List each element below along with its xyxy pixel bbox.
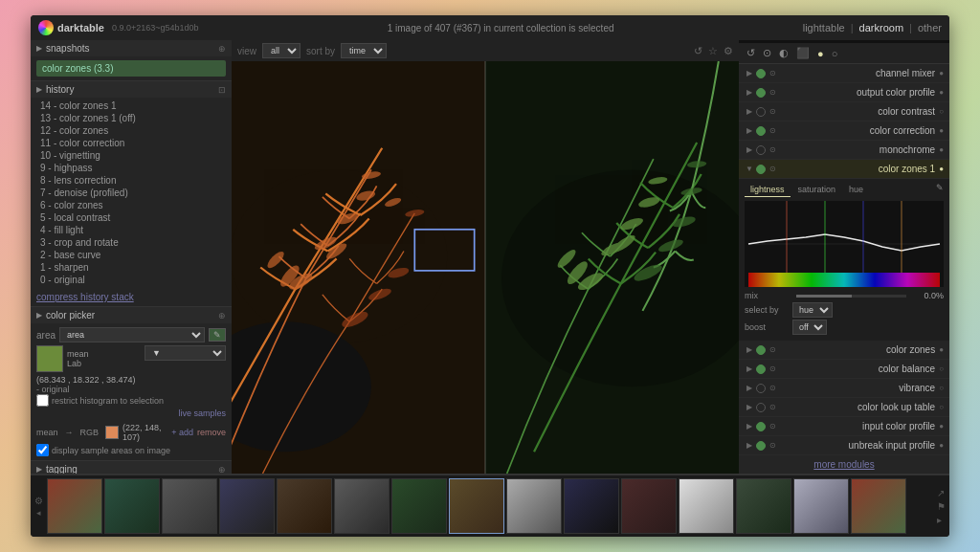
view-select[interactable]: all bbox=[262, 43, 301, 58]
filmstrip-thumb-4[interactable] bbox=[219, 478, 275, 534]
compress-history-btn[interactable]: compress history stack bbox=[36, 292, 226, 302]
mod-enable-btn12[interactable] bbox=[756, 441, 766, 451]
mod-right-icon4[interactable]: ● bbox=[939, 126, 944, 135]
mod-settings-btn5[interactable]: ⊙ bbox=[768, 145, 777, 155]
mod-right-icon7[interactable]: ● bbox=[939, 345, 944, 354]
filmstrip-thumb-3[interactable] bbox=[162, 478, 217, 534]
filmstrip-thumb-12[interactable] bbox=[679, 478, 734, 534]
history-item[interactable]: 3 - crop and rotate bbox=[31, 236, 232, 249]
mod-settings-btn[interactable]: ⊙ bbox=[768, 69, 777, 78]
cz-edit-icon[interactable]: ✎ bbox=[936, 183, 944, 197]
mod-expand-btn3[interactable]: ▶ bbox=[745, 107, 754, 117]
cz-tab-hue[interactable]: hue bbox=[843, 183, 869, 197]
mod-enable-btn6[interactable] bbox=[756, 165, 766, 174]
mod-expand-btn4[interactable]: ▶ bbox=[745, 126, 754, 136]
mod-expand-btn12[interactable]: ▶ bbox=[745, 441, 754, 451]
nav-lighttable[interactable]: lighttable bbox=[803, 22, 845, 33]
filmstrip-thumb-7[interactable] bbox=[391, 478, 447, 534]
mod-enable-btn8[interactable] bbox=[756, 364, 766, 374]
mod-right-icon11[interactable]: ● bbox=[939, 422, 944, 431]
mod-expand-btn10[interactable]: ▶ bbox=[745, 403, 754, 412]
mod-settings-btn3[interactable]: ⊙ bbox=[768, 107, 777, 117]
history-item[interactable]: 4 - fill light bbox=[31, 224, 232, 236]
module-reset-btn[interactable]: ↺ bbox=[745, 46, 757, 60]
select-by-select[interactable]: hue bbox=[792, 302, 833, 318]
restrict-checkbox[interactable] bbox=[36, 394, 49, 407]
history-item[interactable]: 7 - denoise (profiled) bbox=[31, 187, 232, 199]
remove-sample-btn[interactable]: remove bbox=[197, 428, 226, 437]
module-all-btn[interactable]: ○ bbox=[830, 47, 840, 60]
mod-settings-btn6[interactable]: ⊙ bbox=[768, 165, 777, 174]
mod-expand-btn6[interactable]: ▼ bbox=[745, 165, 754, 174]
mod-settings-btn11[interactable]: ⊙ bbox=[768, 422, 777, 431]
mod-enable-btn11[interactable] bbox=[756, 422, 766, 431]
filmstrip-import-icon[interactable]: ⚑ bbox=[937, 501, 946, 512]
mod-right-icon9[interactable]: ○ bbox=[939, 384, 944, 392]
mod-right-icon3[interactable]: ○ bbox=[939, 107, 944, 116]
mod-enable-btn5[interactable] bbox=[756, 145, 766, 155]
mod-right-icon[interactable]: ● bbox=[939, 69, 944, 77]
filmstrip-thumb-13[interactable] bbox=[736, 478, 791, 534]
rotate-cw-icon[interactable]: ↺ bbox=[694, 45, 702, 57]
boost-select[interactable]: off bbox=[792, 320, 827, 335]
mod-right-icon6[interactable]: ● bbox=[939, 165, 944, 173]
settings-icon[interactable]: ⚙ bbox=[724, 45, 733, 57]
history-item[interactable]: 5 - local contrast bbox=[31, 211, 232, 224]
mode-select[interactable]: ▼ bbox=[145, 345, 226, 361]
filmstrip-thumb-14[interactable] bbox=[793, 478, 849, 534]
picker-pick-btn[interactable]: ✎ bbox=[209, 328, 226, 342]
mod-right-icon12[interactable]: ● bbox=[939, 441, 944, 450]
mod-expand-btn11[interactable]: ▶ bbox=[745, 422, 754, 431]
mod-settings-btn8[interactable]: ⊙ bbox=[768, 364, 777, 374]
filmstrip-thumb-15[interactable] bbox=[851, 478, 906, 534]
mix-slider[interactable] bbox=[796, 295, 906, 298]
filmstrip-thumb-11[interactable] bbox=[621, 478, 677, 534]
filmstrip-thumb-8-active[interactable] bbox=[449, 478, 504, 534]
mod-enable-btn10[interactable] bbox=[756, 403, 766, 412]
module-color-btn[interactable]: ⬛ bbox=[794, 46, 812, 60]
module-active-btn[interactable]: ● bbox=[815, 47, 826, 60]
history-item[interactable]: 9 - highpass bbox=[31, 162, 232, 174]
color-picker-header[interactable]: ▶ color picker ⊕ bbox=[31, 307, 232, 323]
tagging-header[interactable]: ▶ tagging ⊕ bbox=[31, 461, 232, 474]
mod-settings-btn7[interactable]: ⊙ bbox=[768, 345, 777, 355]
mod-enable-btn4[interactable] bbox=[756, 126, 766, 136]
filmstrip-thumb-5[interactable] bbox=[277, 478, 332, 534]
history-item[interactable]: 12 - color zones bbox=[31, 124, 232, 137]
filmstrip-thumb-6[interactable] bbox=[334, 478, 390, 534]
filmstrip-thumb-10[interactable] bbox=[564, 478, 619, 534]
filmstrip-export-icon[interactable]: ↗ bbox=[937, 488, 946, 498]
filmstrip-up-icon[interactable]: ◂ bbox=[36, 508, 41, 518]
mod-enable-btn2[interactable] bbox=[756, 88, 766, 98]
history-item[interactable]: 10 - vignetting bbox=[31, 149, 232, 162]
filmstrip-down-icon[interactable]: ▸ bbox=[937, 515, 946, 525]
area-select[interactable]: area bbox=[59, 327, 205, 342]
mod-expand-btn[interactable]: ▶ bbox=[745, 69, 754, 78]
mod-settings-btn12[interactable]: ⊙ bbox=[768, 441, 777, 451]
mod-enable-btn[interactable] bbox=[756, 69, 766, 78]
module-presets-btn[interactable]: ⊙ bbox=[761, 46, 773, 60]
filmstrip-thumb-1[interactable] bbox=[47, 478, 102, 534]
mod-right-icon10[interactable]: ○ bbox=[939, 403, 944, 411]
mod-enable-btn3[interactable] bbox=[756, 107, 766, 117]
mod-right-icon8[interactable]: ○ bbox=[939, 364, 944, 373]
more-modules-btn[interactable]: more modules bbox=[739, 455, 949, 474]
history-item[interactable]: 2 - base curve bbox=[31, 249, 232, 261]
mod-expand-btn2[interactable]: ▶ bbox=[745, 88, 754, 98]
display-samples-checkbox[interactable] bbox=[36, 444, 49, 456]
history-item[interactable]: 13 - color zones 1 (off) bbox=[31, 112, 232, 124]
module-mask-btn[interactable]: ◐ bbox=[777, 46, 791, 60]
mod-expand-btn8[interactable]: ▶ bbox=[745, 364, 754, 374]
mod-settings-btn4[interactable]: ⊙ bbox=[768, 126, 777, 136]
mod-expand-btn7[interactable]: ▶ bbox=[745, 345, 754, 355]
live-samples-btn[interactable]: live samples bbox=[36, 407, 226, 420]
history-item[interactable]: 0 - original bbox=[31, 274, 232, 286]
sort-select[interactable]: time bbox=[341, 43, 387, 58]
snapshots-header[interactable]: ▶ snapshots ⊕ bbox=[31, 40, 232, 56]
add-sample-btn[interactable]: + add bbox=[171, 428, 193, 437]
mod-enable-btn7[interactable] bbox=[756, 345, 766, 355]
mod-enable-btn9[interactable] bbox=[756, 384, 766, 393]
mod-settings-btn10[interactable]: ⊙ bbox=[768, 403, 777, 412]
star-icon[interactable]: ☆ bbox=[708, 45, 718, 57]
mod-right-icon5[interactable]: ● bbox=[939, 145, 944, 154]
